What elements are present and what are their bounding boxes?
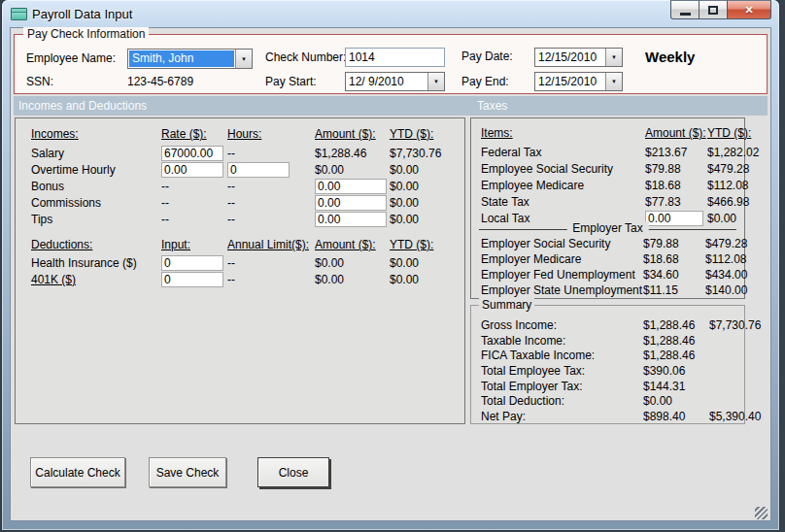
overtime-hours-input[interactable] [227,162,290,178]
income-ytd: $7,730.76 [390,147,460,160]
summary-row-net-pay: Net Pay: $898.40 $5,390.40 [481,409,740,424]
tax-ytd: $112.08 [705,252,747,266]
pay-end-select[interactable]: 12/15/2010 ▼ [534,72,623,91]
tax-ytd: $479.28 [705,237,747,250]
col-incomes: Incomes: [31,127,161,141]
col-input: Input: [161,238,227,251]
commissions-amount-input[interactable] [315,195,387,211]
deductions-table: Deductions: Input: Annual Limit($): Amou… [31,235,460,287]
summary-row-total-deduction: Total Deduction: $0.00 [481,393,740,409]
income-label: Tips [31,213,161,226]
chevron-down-icon[interactable]: ▼ [605,73,622,90]
paycheck-info-group: Pay Check Information Employee Name: Smi… [14,34,768,94]
calculate-check-button[interactable]: Calculate Check [30,457,125,487]
col-ytd: YTD ($): [390,127,460,141]
close-button[interactable]: ✕ [727,0,771,19]
deduction-limit: -- [227,256,315,270]
pay-start-value: 12/ 9/2010 [346,73,427,90]
summary-amount: $390.06 [643,364,709,378]
summary-label: Gross Income: [481,318,643,332]
tax-amount: $34.60 [643,268,705,282]
col-ytd: YTD ($): [390,238,460,251]
summary-ytd: $5,390.40 [709,410,761,423]
maximize-icon [708,6,718,15]
summary-legend: Summary [479,298,534,312]
tax-label: Employer Social Security [481,237,643,250]
summary-label: Net Pay: [481,410,643,423]
summary-row-gross-income: Gross Income: $1,288.46 $7,730.76 [481,317,740,333]
summary-label: Total Employee Tax: [481,364,643,378]
overtime-rate-input[interactable] [161,162,223,178]
save-check-button[interactable]: Save Check [149,457,226,487]
pay-start-label: Pay Start: [265,75,317,88]
local-tax-input[interactable] [645,211,703,226]
pay-date-select[interactable]: 12/15/2010 ▼ [534,48,623,67]
tax-label: State Tax [481,195,645,209]
tax-amount: $79.88 [643,237,705,250]
income-label: Commissions [31,196,161,210]
ssn-label: SSN: [26,75,53,88]
close-icon: ✕ [744,4,753,17]
health-insurance-input[interactable] [161,255,223,271]
income-amount: $1,288.46 [315,147,390,160]
payroll-window: Payroll Data Input ✕ Pay Check Informati… [2,0,779,530]
maximize-button[interactable] [700,0,727,19]
chevron-down-icon[interactable]: ▼ [427,73,444,90]
col-hours: Hours: [227,127,315,141]
check-number-input[interactable] [345,48,445,67]
income-rate: -- [161,180,227,193]
employee-name-value: Smith, John [129,50,234,67]
summary-amount: $1,288.46 [643,349,709,362]
chevron-down-icon[interactable]: ▼ [235,50,252,68]
income-label: Salary [31,147,161,160]
income-row-commissions: Commissions -- -- $0.00 [31,194,460,211]
summary-amount: $1,288.46 [643,334,709,348]
income-label: Bonus [31,180,161,193]
pay-frequency-label: Weekly [645,49,695,65]
income-hours: -- [227,213,315,226]
app-icon [11,8,27,20]
pay-date-value: 12/15/2010 [535,49,605,66]
pay-start-select[interactable]: 12/ 9/2010 ▼ [345,72,445,91]
employee-name-select[interactable]: Smith, John ▼ [127,49,253,69]
tax-row-employer-fed-unemployment: Employer Fed Unemployment $34.60 $434.00 [479,267,736,283]
close-dialog-button[interactable]: Close [257,457,329,487]
income-label: Overtime Hourly [31,163,161,177]
deduction-row-health-insurance: Health Insurance ($) -- $0.00 $0.00 [31,254,460,271]
minimize-button[interactable] [670,0,700,19]
income-rate: -- [161,213,227,226]
summary-table: Gross Income: $1,288.46 $7,730.76 Taxabl… [481,317,740,424]
taxes-panel: Items: Amount ($): YTD ($): Federal Tax … [470,117,745,299]
col-annual-limit: Annual Limit($): [227,238,315,251]
income-ytd: $0.00 [390,163,460,177]
dialog-client-area: Pay Check Information Employee Name: Smi… [10,27,771,521]
deduction-ytd: $0.00 [390,273,460,286]
incomes-table: Incomes: Rate ($): Hours: Amount ($): YT… [31,124,460,227]
tax-amount: $18.68 [645,179,707,192]
income-hours: -- [227,196,315,210]
col-ytd: YTD ($): [707,126,751,140]
income-hours: -- [227,147,315,160]
resize-grip[interactable] [755,507,768,519]
summary-amount: $144.31 [643,380,709,393]
summary-label: FICA Taxable Income: [481,349,643,362]
tax-row-federal: Federal Tax $213.67 $1,282.02 [481,144,739,160]
chevron-down-icon[interactable]: ▼ [605,49,622,66]
tax-amount: $213.67 [645,146,707,159]
summary-label: Total Deduction: [481,394,643,408]
income-rate: -- [161,196,227,210]
tips-amount-input[interactable] [315,212,387,227]
section-header-bar: Incomes and Deductions Taxes [14,96,768,116]
summary-amount: $898.40 [643,410,709,423]
bonus-amount-input[interactable] [315,179,387,194]
ssn-value: 123-45-6789 [127,75,193,88]
summary-row-fica-taxable-income: FICA Taxable Income: $1,288.46 [481,348,740,363]
title-bar[interactable]: Payroll Data Input ✕ [2,0,779,27]
tax-row-employee-medicare: Employee Medicare $18.68 $112.08 [481,177,739,193]
deduction-401k-link[interactable]: 401K ($) [31,273,161,286]
col-amount: Amount ($): [315,238,390,251]
401k-input[interactable] [161,272,223,287]
income-hours: -- [227,180,315,193]
summary-label: Total Employer Tax: [481,380,643,393]
salary-rate-input[interactable] [161,146,223,161]
